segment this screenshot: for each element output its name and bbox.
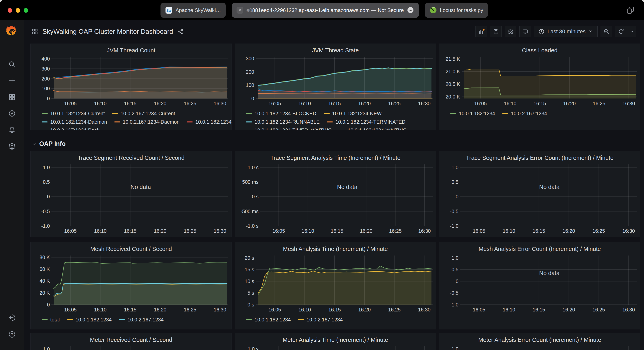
chart-plot-area[interactable]: 16:0516:1016:1516:2016:2516:301.00.50-0.… (439, 163, 640, 235)
legend-item[interactable]: 10.0.1.182:1234-BLOCKED (246, 111, 316, 117)
chart-plot-area[interactable]: 16:0516:1016:1516:2016:2516:300 s5 s10 s… (235, 253, 436, 314)
panel-title[interactable]: Trace Segment Analysis Time (Increment) … (235, 151, 436, 163)
window-minimize-button[interactable] (16, 8, 20, 12)
window-close-button[interactable] (8, 8, 12, 12)
legend-item[interactable]: 10.0.1.182:1234-TERMINATED (327, 119, 406, 125)
sidebar-item-dashboards[interactable] (8, 93, 16, 101)
legend-item[interactable]: 10.0.2.167:1234-Daemon (114, 119, 180, 125)
save-dashboard-button[interactable] (490, 26, 502, 37)
panel-title[interactable]: Meter Received Count / Second (30, 333, 232, 345)
chart-canvas[interactable]: 16:0516:1016:1516:2016:2516:3020.0 K20.5… (439, 55, 640, 107)
chart-plot-area[interactable]: 16:0516:1016:1516:2016:2516:30020 K40 K6… (30, 253, 232, 314)
row-header-oap-info[interactable]: OAP Info (30, 133, 640, 151)
sidebar-item-configuration[interactable] (8, 142, 16, 150)
legend-item[interactable]: 10.0.1.182:1234-Daemon (42, 119, 107, 125)
cycle-view-mode-button[interactable] (519, 26, 531, 37)
share-button[interactable] (178, 28, 184, 35)
panel-title[interactable]: Meter Analysis Error Count (Increment) /… (439, 333, 640, 345)
legend-item[interactable]: 10.0.1.182:1234-Peak (187, 119, 232, 125)
svg-text:16:20: 16:20 (154, 228, 166, 234)
legend-item[interactable]: 10.0.2.167:1234 (298, 317, 343, 323)
chart-plot-area[interactable]: 16:0516:1016:1516:2016:2516:301.00.50-0.… (30, 163, 232, 235)
chart-canvas[interactable]: 16:0516:1016:1516:2016:2516:301.00.50-0.… (30, 163, 232, 235)
legend-item[interactable]: 10.0.1.182:1234-NEW (324, 111, 382, 117)
browser-tab[interactable]: SwApache SkyWalki… (160, 2, 226, 18)
legend-item[interactable]: 10.0.2.167:1234-Current (112, 111, 175, 117)
chart-plot-area[interactable]: 16:0516:1016:1516:2016:2516:300100200300 (235, 55, 436, 107)
sidebar-item-explore[interactable] (8, 110, 16, 118)
grafana-logo[interactable] (6, 25, 18, 38)
legend-item[interactable]: 10.0.1.182:1234-Current (42, 111, 105, 117)
panel-title[interactable]: JVM Thread Count (30, 44, 232, 55)
chart-plot-area[interactable]: 16:0516:1016:1516:2016:2516:301.00.50-0.… (30, 345, 232, 350)
chart-canvas[interactable]: 16:0516:1016:1516:2016:2516:301.00.50-0.… (439, 163, 640, 235)
chart-plot-area[interactable]: 16:0516:1016:1516:2016:2516:301.00.50-0.… (439, 253, 640, 314)
refresh-button[interactable] (615, 26, 636, 37)
sidebar-item-create[interactable] (8, 77, 16, 85)
legend-item[interactable]: 10.0.2.167:1234-Peak (42, 128, 100, 131)
browser-tab[interactable]: Locust for tasks.py (425, 2, 488, 18)
svg-text:20 s: 20 s (245, 255, 254, 261)
sidebar-item-help[interactable]: ? (8, 331, 16, 339)
panel-title[interactable]: Class Loaded (439, 44, 640, 55)
chevron-down-icon (588, 28, 593, 35)
chart-plot-area[interactable]: 16:0516:1016:1516:2016:2516:3020.0 K20.5… (439, 55, 640, 107)
dashboard-settings-button[interactable] (505, 26, 516, 37)
legend-item[interactable]: 10.0.1.182:1234-WAITING (339, 128, 407, 131)
legend-item[interactable]: 10.0.1.182:1234-RUNNABLE (246, 119, 320, 125)
chart-plot-area[interactable]: 16:0516:1016:1516:2016:2516:301.00.50-0.… (439, 345, 640, 350)
panel-mesh-analysis-error-count-increment-minute: Mesh Analysis Error Count (Increment) / … (439, 242, 640, 330)
tab-close-button[interactable] (236, 7, 243, 13)
panel-title[interactable]: Mesh Analysis Time (Increment) / Minute (235, 242, 436, 253)
panel-title[interactable]: Mesh Received Count / Second (30, 242, 232, 253)
svg-text:No data: No data (539, 184, 560, 190)
window-maximize-button[interactable] (24, 8, 28, 12)
grafana-logo (6, 25, 18, 38)
sidebar-item-alerting[interactable] (8, 126, 16, 134)
legend-item[interactable]: 10.0.2.167:1234 (502, 111, 547, 117)
time-range-picker[interactable]: Last 30 minutes (534, 26, 598, 37)
ellipsis-icon[interactable] (407, 6, 414, 14)
panel-title[interactable]: Trace Segment Received Count / Second (30, 151, 232, 163)
svg-text:16:15: 16:15 (124, 101, 136, 106)
panel-row-mesh: Mesh Received Count / Second16:0516:1016… (30, 242, 640, 330)
panel-title[interactable]: Trace Segment Analysis Error Count (Incr… (439, 151, 640, 163)
panel-title[interactable]: Meter Analysis Time (Increment) / Minute (235, 333, 436, 345)
legend-item[interactable]: 10.0.1.182:1234 (67, 317, 112, 323)
chart-canvas[interactable]: 16:0516:1016:1516:2016:2516:301.0 s500 m… (235, 163, 436, 235)
chart-canvas[interactable]: 16:0516:1016:1516:2016:2516:301.00.50-0.… (439, 345, 640, 350)
add-panel-button[interactable] (476, 26, 487, 37)
clock-icon (538, 28, 545, 35)
legend-series-color (298, 319, 304, 320)
chart-canvas[interactable]: 16:0516:1016:1516:2016:2516:30020 K40 K6… (30, 253, 232, 314)
browser-tab-active[interactable]: e0881eed4-22961232.ap-east-1.elb.amazona… (232, 2, 419, 18)
chart-plot-area[interactable]: 16:0516:1016:1516:2016:2516:301.0 s500 m… (235, 163, 436, 235)
panel-row-jvm: JVM Thread Count16:0516:1016:1516:2016:2… (30, 43, 640, 130)
panel-title[interactable]: Mesh Analysis Error Count (Increment) / … (439, 242, 640, 253)
refresh-button[interactable] (616, 26, 627, 37)
chart-canvas[interactable]: 16:0516:1016:1516:2016:2516:300 s5 s10 s… (235, 253, 436, 314)
chart-plot-area[interactable]: 16:0516:1016:1516:2016:2516:301.0 s500 m… (235, 345, 436, 350)
chart-canvas[interactable]: 16:0516:1016:1516:2016:2516:300100200300 (235, 55, 436, 107)
tab-overview-button[interactable] (625, 5, 636, 16)
legend-item[interactable]: 10.0.1.182:1234-TIMED_WAITING (246, 128, 332, 131)
panel-title[interactable]: JVM Thread State (235, 44, 436, 55)
sidebar-item-search[interactable] (8, 60, 16, 68)
svg-text:16:25: 16:25 (184, 228, 196, 234)
svg-text:200: 200 (246, 69, 254, 75)
chart-plot-area[interactable]: 16:0516:1016:1516:2016:2516:300100200300… (30, 55, 232, 107)
sidebar-item-signin[interactable] (8, 314, 16, 322)
chart-canvas[interactable]: 16:0516:1016:1516:2016:2516:301.00.50-0.… (439, 253, 640, 314)
chart-canvas[interactable]: 16:0516:1016:1516:2016:2516:301.00.50-0.… (30, 345, 232, 350)
legend-item[interactable]: 10.0.2.167:1234 (119, 317, 164, 323)
chart-canvas[interactable]: 16:0516:1016:1516:2016:2516:300100200300… (30, 55, 232, 107)
legend-series-color (450, 113, 456, 114)
legend-item[interactable]: total (42, 317, 60, 323)
legend-item[interactable]: 10.0.1.182:1234 (450, 111, 495, 117)
refresh-interval-dropdown[interactable] (627, 26, 636, 37)
zoom-out-time-button[interactable] (600, 26, 612, 37)
chart-canvas[interactable]: 16:0516:1016:1516:2016:2516:301.0 s500 m… (235, 345, 436, 350)
svg-text:100: 100 (246, 82, 254, 88)
legend-item[interactable]: 10.0.1.182:1234 (246, 317, 291, 323)
svg-text:16:30: 16:30 (622, 101, 635, 106)
